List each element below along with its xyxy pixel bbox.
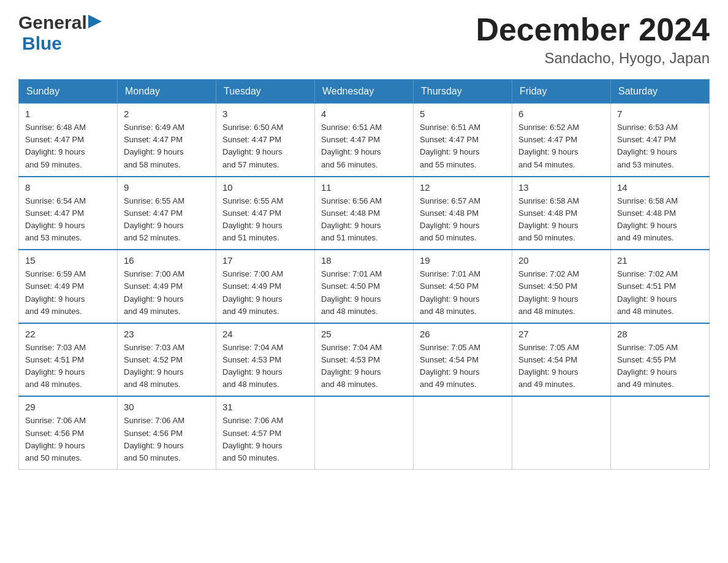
day-info: Sunrise: 6:53 AM Sunset: 4:47 PM Dayligh… xyxy=(617,121,703,171)
title-section: December 2024 Sandacho, Hyogo, Japan xyxy=(476,12,710,67)
calendar-cell: 15 Sunrise: 6:59 AM Sunset: 4:49 PM Dayl… xyxy=(19,250,118,323)
calendar-cell: 26 Sunrise: 7:05 AM Sunset: 4:54 PM Dayl… xyxy=(414,323,512,397)
location-title: Sandacho, Hyogo, Japan xyxy=(476,50,710,67)
day-number: 30 xyxy=(124,402,210,412)
day-info: Sunrise: 7:02 AM Sunset: 4:50 PM Dayligh… xyxy=(518,268,604,318)
calendar-cell: 27 Sunrise: 7:05 AM Sunset: 4:54 PM Dayl… xyxy=(512,323,611,397)
day-info: Sunrise: 6:56 AM Sunset: 4:48 PM Dayligh… xyxy=(321,195,407,245)
day-number: 4 xyxy=(321,109,407,119)
day-number: 22 xyxy=(25,329,111,339)
month-title: December 2024 xyxy=(476,12,710,47)
weekday-header-saturday: Saturday xyxy=(611,80,710,104)
day-number: 19 xyxy=(420,255,506,266)
day-number: 12 xyxy=(420,182,506,193)
day-number: 3 xyxy=(222,109,308,119)
logo-general-text: General xyxy=(18,12,87,33)
calendar-cell: 1 Sunrise: 6:48 AM Sunset: 4:47 PM Dayli… xyxy=(19,104,118,177)
weekday-header-monday: Monday xyxy=(118,80,216,104)
day-info: Sunrise: 7:00 AM Sunset: 4:49 PM Dayligh… xyxy=(222,268,308,318)
calendar-cell xyxy=(611,396,710,469)
calendar-cell: 23 Sunrise: 7:03 AM Sunset: 4:52 PM Dayl… xyxy=(118,323,216,397)
day-info: Sunrise: 7:06 AM Sunset: 4:57 PM Dayligh… xyxy=(222,415,308,464)
day-number: 29 xyxy=(25,402,111,412)
day-info: Sunrise: 7:03 AM Sunset: 4:51 PM Dayligh… xyxy=(25,342,111,391)
day-number: 11 xyxy=(321,182,407,193)
day-number: 31 xyxy=(222,402,308,412)
calendar-cell: 7 Sunrise: 6:53 AM Sunset: 4:47 PM Dayli… xyxy=(611,104,710,177)
day-info: Sunrise: 7:05 AM Sunset: 4:55 PM Dayligh… xyxy=(617,342,703,391)
logo-blue-text: Blue xyxy=(22,33,62,54)
calendar-cell: 5 Sunrise: 6:51 AM Sunset: 4:47 PM Dayli… xyxy=(414,104,512,177)
weekday-header-friday: Friday xyxy=(512,80,611,104)
day-number: 5 xyxy=(420,109,506,119)
day-number: 14 xyxy=(617,182,703,193)
week-row-5: 29 Sunrise: 7:06 AM Sunset: 4:56 PM Dayl… xyxy=(19,396,710,469)
week-row-1: 1 Sunrise: 6:48 AM Sunset: 4:47 PM Dayli… xyxy=(19,104,710,177)
calendar-cell: 29 Sunrise: 7:06 AM Sunset: 4:56 PM Dayl… xyxy=(19,396,118,469)
day-info: Sunrise: 7:01 AM Sunset: 4:50 PM Dayligh… xyxy=(420,268,506,318)
day-info: Sunrise: 7:06 AM Sunset: 4:56 PM Dayligh… xyxy=(25,415,111,464)
calendar-cell: 31 Sunrise: 7:06 AM Sunset: 4:57 PM Dayl… xyxy=(216,396,315,469)
calendar-table: SundayMondayTuesdayWednesdayThursdayFrid… xyxy=(18,79,710,470)
day-info: Sunrise: 6:50 AM Sunset: 4:47 PM Dayligh… xyxy=(222,121,308,171)
day-number: 21 xyxy=(617,255,703,266)
calendar-cell xyxy=(315,396,414,469)
day-number: 9 xyxy=(124,182,210,193)
day-number: 23 xyxy=(124,329,210,339)
day-info: Sunrise: 6:48 AM Sunset: 4:47 PM Dayligh… xyxy=(25,121,111,171)
day-number: 13 xyxy=(518,182,604,193)
day-info: Sunrise: 6:49 AM Sunset: 4:47 PM Dayligh… xyxy=(124,121,210,171)
day-info: Sunrise: 6:52 AM Sunset: 4:47 PM Dayligh… xyxy=(518,121,604,171)
day-number: 17 xyxy=(222,255,308,266)
day-number: 20 xyxy=(518,255,604,266)
calendar-cell: 20 Sunrise: 7:02 AM Sunset: 4:50 PM Dayl… xyxy=(512,250,611,323)
calendar-cell: 16 Sunrise: 7:00 AM Sunset: 4:49 PM Dayl… xyxy=(118,250,216,323)
calendar-cell: 22 Sunrise: 7:03 AM Sunset: 4:51 PM Dayl… xyxy=(19,323,118,397)
day-info: Sunrise: 7:00 AM Sunset: 4:49 PM Dayligh… xyxy=(124,268,210,318)
week-row-3: 15 Sunrise: 6:59 AM Sunset: 4:49 PM Dayl… xyxy=(19,250,710,323)
svg-marker-0 xyxy=(88,15,102,28)
day-number: 27 xyxy=(518,329,604,339)
week-row-4: 22 Sunrise: 7:03 AM Sunset: 4:51 PM Dayl… xyxy=(19,323,710,397)
weekday-header-sunday: Sunday xyxy=(19,80,118,104)
day-number: 1 xyxy=(25,109,111,119)
day-info: Sunrise: 7:05 AM Sunset: 4:54 PM Dayligh… xyxy=(420,342,506,391)
calendar-cell xyxy=(512,396,611,469)
day-number: 6 xyxy=(518,109,604,119)
calendar-cell: 14 Sunrise: 6:58 AM Sunset: 4:48 PM Dayl… xyxy=(611,177,710,250)
day-info: Sunrise: 6:58 AM Sunset: 4:48 PM Dayligh… xyxy=(617,195,703,245)
calendar-cell: 21 Sunrise: 7:02 AM Sunset: 4:51 PM Dayl… xyxy=(611,250,710,323)
day-info: Sunrise: 6:55 AM Sunset: 4:47 PM Dayligh… xyxy=(222,195,308,245)
day-info: Sunrise: 7:03 AM Sunset: 4:52 PM Dayligh… xyxy=(124,342,210,391)
week-row-2: 8 Sunrise: 6:54 AM Sunset: 4:47 PM Dayli… xyxy=(19,177,710,250)
day-info: Sunrise: 6:57 AM Sunset: 4:48 PM Dayligh… xyxy=(420,195,506,245)
calendar-cell: 12 Sunrise: 6:57 AM Sunset: 4:48 PM Dayl… xyxy=(414,177,512,250)
calendar-cell: 25 Sunrise: 7:04 AM Sunset: 4:53 PM Dayl… xyxy=(315,323,414,397)
day-number: 26 xyxy=(420,329,506,339)
calendar-cell: 17 Sunrise: 7:00 AM Sunset: 4:49 PM Dayl… xyxy=(216,250,315,323)
day-number: 28 xyxy=(617,329,703,339)
day-info: Sunrise: 6:54 AM Sunset: 4:47 PM Dayligh… xyxy=(25,195,111,245)
day-info: Sunrise: 6:55 AM Sunset: 4:47 PM Dayligh… xyxy=(124,195,210,245)
day-info: Sunrise: 7:02 AM Sunset: 4:51 PM Dayligh… xyxy=(617,268,703,318)
logo: General Blue xyxy=(18,12,102,54)
day-info: Sunrise: 7:04 AM Sunset: 4:53 PM Dayligh… xyxy=(222,342,308,391)
calendar-cell: 24 Sunrise: 7:04 AM Sunset: 4:53 PM Dayl… xyxy=(216,323,315,397)
calendar-cell: 18 Sunrise: 7:01 AM Sunset: 4:50 PM Dayl… xyxy=(315,250,414,323)
day-info: Sunrise: 7:06 AM Sunset: 4:56 PM Dayligh… xyxy=(124,415,210,464)
day-number: 24 xyxy=(222,329,308,339)
weekday-header-row: SundayMondayTuesdayWednesdayThursdayFrid… xyxy=(19,80,710,104)
calendar-cell: 30 Sunrise: 7:06 AM Sunset: 4:56 PM Dayl… xyxy=(118,396,216,469)
day-number: 10 xyxy=(222,182,308,193)
calendar-cell: 11 Sunrise: 6:56 AM Sunset: 4:48 PM Dayl… xyxy=(315,177,414,250)
day-number: 18 xyxy=(321,255,407,266)
day-number: 8 xyxy=(25,182,111,193)
logo-triangle-icon xyxy=(88,15,102,31)
calendar-cell: 3 Sunrise: 6:50 AM Sunset: 4:47 PM Dayli… xyxy=(216,104,315,177)
calendar-cell: 19 Sunrise: 7:01 AM Sunset: 4:50 PM Dayl… xyxy=(414,250,512,323)
day-number: 7 xyxy=(617,109,703,119)
day-info: Sunrise: 6:58 AM Sunset: 4:48 PM Dayligh… xyxy=(518,195,604,245)
day-number: 16 xyxy=(124,255,210,266)
day-info: Sunrise: 6:51 AM Sunset: 4:47 PM Dayligh… xyxy=(321,121,407,171)
calendar-cell: 28 Sunrise: 7:05 AM Sunset: 4:55 PM Dayl… xyxy=(611,323,710,397)
